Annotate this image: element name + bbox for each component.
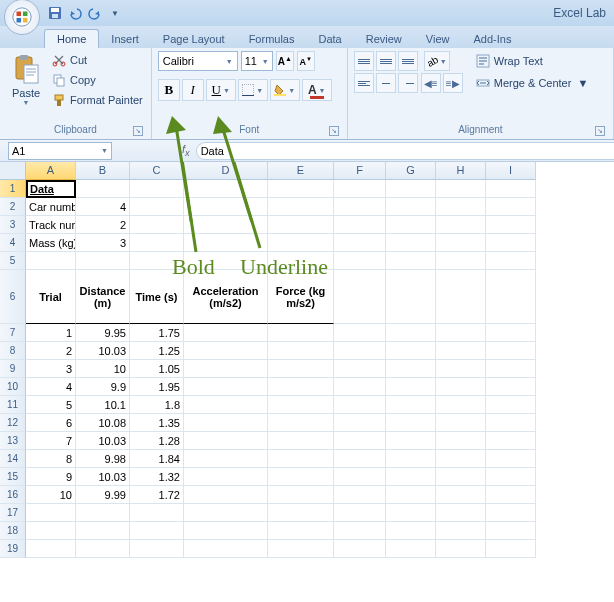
cell-D18[interactable]: [184, 522, 268, 540]
cell-E7[interactable]: [268, 324, 334, 342]
cell-A7[interactable]: 1: [26, 324, 76, 342]
cell-D3[interactable]: [184, 216, 268, 234]
cell-G3[interactable]: [386, 216, 436, 234]
cell-G8[interactable]: [386, 342, 436, 360]
cell-A4[interactable]: Mass (kg): [26, 234, 76, 252]
cell-E14[interactable]: [268, 450, 334, 468]
cell-I8[interactable]: [486, 342, 536, 360]
cell-C11[interactable]: 1.8: [130, 396, 184, 414]
cell-F12[interactable]: [334, 414, 386, 432]
cell-H12[interactable]: [436, 414, 486, 432]
cell-H17[interactable]: [436, 504, 486, 522]
cell-B10[interactable]: 9.9: [76, 378, 130, 396]
cell-B16[interactable]: 9.99: [76, 486, 130, 504]
cell-E8[interactable]: [268, 342, 334, 360]
cell-D12[interactable]: [184, 414, 268, 432]
cut-button[interactable]: Cut: [50, 51, 145, 69]
cell-D5[interactable]: [184, 252, 268, 270]
cell-G5[interactable]: [386, 252, 436, 270]
cell-A6[interactable]: Trial: [26, 270, 76, 324]
cell-B11[interactable]: 10.1: [76, 396, 130, 414]
cell-G11[interactable]: [386, 396, 436, 414]
cell-H16[interactable]: [436, 486, 486, 504]
cell-C10[interactable]: 1.95: [130, 378, 184, 396]
cell-G13[interactable]: [386, 432, 436, 450]
cell-I15[interactable]: [486, 468, 536, 486]
row-header-3[interactable]: 3: [0, 216, 26, 234]
cell-A18[interactable]: [26, 522, 76, 540]
cell-I18[interactable]: [486, 522, 536, 540]
cell-D7[interactable]: [184, 324, 268, 342]
cell-F19[interactable]: [334, 540, 386, 558]
font-dialog-launcher[interactable]: ↘: [329, 126, 339, 136]
row-header-12[interactable]: 12: [0, 414, 26, 432]
cell-B12[interactable]: 10.08: [76, 414, 130, 432]
tab-page-layout[interactable]: Page Layout: [151, 30, 237, 48]
font-size-dropdown[interactable]: 11▼: [241, 51, 273, 71]
align-left-button[interactable]: [354, 73, 374, 93]
cell-C6[interactable]: Time (s): [130, 270, 184, 324]
cell-H8[interactable]: [436, 342, 486, 360]
cell-A5[interactable]: [26, 252, 76, 270]
cell-H19[interactable]: [436, 540, 486, 558]
cell-D19[interactable]: [184, 540, 268, 558]
cell-C7[interactable]: 1.75: [130, 324, 184, 342]
italic-button[interactable]: I: [182, 79, 204, 101]
cell-B6[interactable]: Distance (m): [76, 270, 130, 324]
column-header-A[interactable]: A: [26, 162, 76, 180]
cell-E5[interactable]: [268, 252, 334, 270]
row-header-15[interactable]: 15: [0, 468, 26, 486]
cell-C2[interactable]: [130, 198, 184, 216]
cell-G6[interactable]: [386, 270, 436, 324]
increase-indent-button[interactable]: ≡▶: [443, 73, 463, 93]
underline-button[interactable]: U▼: [206, 79, 236, 101]
worksheet[interactable]: ABCDEFGHI 12345678910111213141516171819 …: [0, 162, 614, 602]
formula-bar[interactable]: Data: [196, 142, 614, 160]
cell-C18[interactable]: [130, 522, 184, 540]
cell-E17[interactable]: [268, 504, 334, 522]
cell-B13[interactable]: 10.03: [76, 432, 130, 450]
cell-A1[interactable]: Data: [26, 180, 76, 198]
select-all-corner[interactable]: [0, 162, 26, 180]
cell-I3[interactable]: [486, 216, 536, 234]
cell-B9[interactable]: 10: [76, 360, 130, 378]
row-header-6[interactable]: 6: [0, 270, 26, 324]
cell-E18[interactable]: [268, 522, 334, 540]
row-header-9[interactable]: 9: [0, 360, 26, 378]
cell-F6[interactable]: [334, 270, 386, 324]
decrease-font-button[interactable]: A▼: [297, 51, 315, 71]
cell-E9[interactable]: [268, 360, 334, 378]
column-header-B[interactable]: B: [76, 162, 130, 180]
cell-F16[interactable]: [334, 486, 386, 504]
cell-F4[interactable]: [334, 234, 386, 252]
cell-G15[interactable]: [386, 468, 436, 486]
cell-G19[interactable]: [386, 540, 436, 558]
cell-D15[interactable]: [184, 468, 268, 486]
merge-center-button[interactable]: Merge & Center ▼: [471, 73, 594, 93]
row-header-4[interactable]: 4: [0, 234, 26, 252]
cell-I2[interactable]: [486, 198, 536, 216]
cell-H14[interactable]: [436, 450, 486, 468]
cell-A2[interactable]: Car numb: [26, 198, 76, 216]
column-header-I[interactable]: I: [486, 162, 536, 180]
cell-F15[interactable]: [334, 468, 386, 486]
cell-E2[interactable]: [268, 198, 334, 216]
cell-B5[interactable]: [76, 252, 130, 270]
cell-C4[interactable]: [130, 234, 184, 252]
clipboard-dialog-launcher[interactable]: ↘: [133, 126, 143, 136]
cell-B1[interactable]: [76, 180, 130, 198]
cell-H13[interactable]: [436, 432, 486, 450]
column-header-H[interactable]: H: [436, 162, 486, 180]
row-header-5[interactable]: 5: [0, 252, 26, 270]
cell-A17[interactable]: [26, 504, 76, 522]
save-icon[interactable]: [46, 4, 64, 22]
column-header-E[interactable]: E: [268, 162, 334, 180]
align-center-button[interactable]: [376, 73, 396, 93]
cell-G18[interactable]: [386, 522, 436, 540]
cell-G4[interactable]: [386, 234, 436, 252]
cell-A16[interactable]: 10: [26, 486, 76, 504]
cell-H3[interactable]: [436, 216, 486, 234]
cell-A10[interactable]: 4: [26, 378, 76, 396]
tab-review[interactable]: Review: [354, 30, 414, 48]
row-header-16[interactable]: 16: [0, 486, 26, 504]
